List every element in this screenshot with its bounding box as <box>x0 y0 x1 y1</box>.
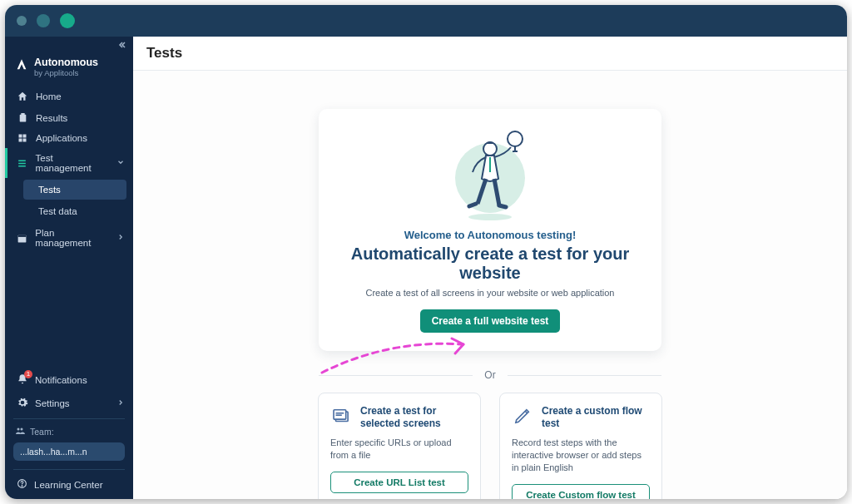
nav-label: Applications <box>36 133 87 143</box>
sidebar-bottom: 1 Notifications Settings <box>5 368 133 499</box>
clipboard-icon <box>17 112 28 123</box>
option-title: Create a custom flow test <box>542 405 650 430</box>
primary-nav: Home Results Applications <box>5 86 133 253</box>
nav-tests[interactable]: Tests <box>23 180 126 200</box>
brand-subtitle: by Applitools <box>34 68 98 77</box>
welcome-eyebrow: Welcome to Autonomous testing! <box>340 229 640 241</box>
nav-label: Learning Center <box>34 480 102 490</box>
gear-icon <box>17 397 28 410</box>
nav-applications[interactable]: Applications <box>5 128 133 148</box>
collapse-sidebar-icon[interactable] <box>116 40 126 52</box>
option-card-custom-flow: Create a custom flow test Record test st… <box>499 393 662 499</box>
svg-rect-3 <box>23 139 27 142</box>
welcome-title: Automatically create a test for your web… <box>340 245 640 283</box>
create-full-website-test-button[interactable]: Create a full website test <box>420 309 561 333</box>
divider <box>13 469 125 470</box>
nav-learning-center[interactable]: Learning Center <box>5 473 133 499</box>
svg-point-12 <box>22 486 22 487</box>
page-title: Tests <box>133 37 847 71</box>
svg-rect-1 <box>23 135 27 138</box>
main-content: Welcome to Autonomous testing! Automatic… <box>133 71 847 499</box>
window-titlebar <box>5 5 847 37</box>
nav-home[interactable]: Home <box>5 86 133 107</box>
brand: Autonomous by Applitools <box>5 52 133 86</box>
brand-title: Autonomous <box>34 57 98 68</box>
pencil-icon <box>512 405 533 430</box>
sidebar: Autonomous by Applitools Home Results <box>5 37 133 499</box>
screens-stack-icon <box>330 405 352 430</box>
divider <box>13 418 125 419</box>
app-window: Autonomous by Applitools Home Results <box>5 5 847 499</box>
nav-results[interactable]: Results <box>5 107 133 128</box>
nav-label: Test management <box>36 153 109 173</box>
window-dot <box>37 14 50 27</box>
team-icon <box>15 426 25 437</box>
svg-rect-2 <box>19 139 22 142</box>
svg-point-9 <box>17 428 20 431</box>
option-card-url-list: Create a test for selected screens Enter… <box>318 393 481 499</box>
main: Tests <box>133 37 847 499</box>
window-dot <box>17 16 27 26</box>
svg-rect-8 <box>18 235 27 236</box>
nav-label: Notifications <box>35 375 87 385</box>
create-custom-flow-test-button[interactable]: Create Custom flow test <box>512 484 650 499</box>
welcome-illustration <box>340 124 640 224</box>
svg-point-19 <box>468 214 512 220</box>
list-icon <box>17 158 28 169</box>
nav-label: Results <box>36 113 67 123</box>
chevron-down-icon <box>116 158 125 168</box>
option-title: Create a test for selected screens <box>360 405 468 430</box>
nav-test-data[interactable]: Test data <box>23 201 126 221</box>
nav-notifications[interactable]: 1 Notifications <box>5 368 133 392</box>
chevron-right-icon <box>116 233 125 243</box>
nav-label: Plan management <box>35 228 109 248</box>
create-url-list-test-button[interactable]: Create URL List test <box>330 472 468 493</box>
nav-test-management[interactable]: Test management <box>5 148 133 178</box>
window-dot <box>60 13 75 28</box>
nav-label: Home <box>36 91 62 101</box>
chevron-right-icon <box>116 398 125 408</box>
nav-test-management-subitems: Tests Test data <box>5 178 133 223</box>
grid-icon <box>17 133 28 143</box>
nav-plan-management[interactable]: Plan management <box>5 223 133 253</box>
option-cards: Create a test for selected screens Enter… <box>318 393 662 499</box>
welcome-subtitle: Create a test of all screens in your web… <box>340 288 640 298</box>
welcome-card: Welcome to Autonomous testing! Automatic… <box>319 109 661 351</box>
nav-settings[interactable]: Settings <box>5 392 133 415</box>
svg-point-14 <box>508 131 523 146</box>
svg-rect-0 <box>19 135 22 138</box>
or-label: Or <box>484 369 495 381</box>
calendar-icon <box>17 233 27 244</box>
team-selector[interactable]: ...lash...ha...m...n <box>13 442 125 461</box>
notifications-badge: 1 <box>24 370 32 378</box>
svg-point-17 <box>483 142 497 156</box>
brand-logo-icon <box>15 58 28 72</box>
option-description: Enter specific URLs or upload from a fil… <box>330 437 468 462</box>
home-icon <box>17 91 28 102</box>
team-label: Team: <box>30 427 54 437</box>
nav-label: Settings <box>35 398 70 408</box>
help-icon <box>17 478 27 491</box>
svg-point-10 <box>21 428 23 431</box>
option-description: Record test steps with the interactive b… <box>512 437 650 474</box>
team-label-row: Team: <box>5 422 133 441</box>
or-divider: Or <box>319 369 661 381</box>
